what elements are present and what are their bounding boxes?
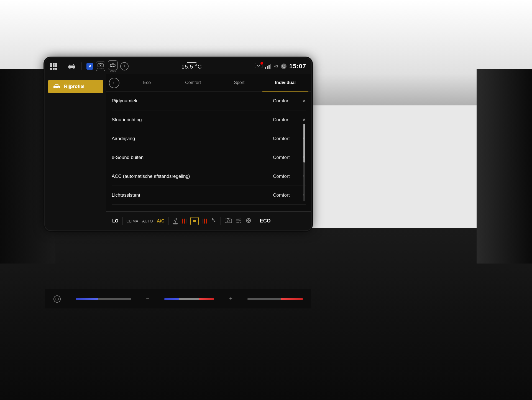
svg-point-2 [73, 67, 74, 69]
lo-label: LO [112, 219, 118, 224]
setting-row-esound[interactable]: e-Sound buiten Comfort ∨ [112, 148, 306, 167]
auto-label: AUTO [142, 219, 153, 223]
car-icon[interactable] [67, 64, 76, 69]
fan-icon[interactable] [245, 217, 252, 225]
eco-label: ECO [260, 218, 271, 224]
scrollbar-thumb [303, 124, 305, 163]
svg-rect-17 [227, 218, 229, 219]
right-temp-slider[interactable] [247, 298, 303, 300]
divider-2 [81, 62, 81, 70]
rear-camera-icon[interactable] [225, 218, 232, 224]
temperature-display: 15.5 °C [181, 62, 202, 70]
phone-icon[interactable] [211, 217, 217, 225]
tab-comfort[interactable]: Comfort [170, 74, 216, 92]
svg-point-18 [248, 220, 249, 221]
svg-rect-13 [173, 223, 178, 224]
tab-eco[interactable]: Eco [124, 74, 170, 92]
ac-label[interactable]: A/C [157, 219, 165, 224]
setting-row-stuurinrichting[interactable]: Stuurinrichting Comfort ∨ [112, 110, 306, 129]
minus-button[interactable]: − [146, 296, 149, 302]
svg-point-4 [100, 65, 101, 66]
row-divider-2 [268, 135, 268, 143]
add-button[interactable]: + [120, 62, 129, 70]
plus-button[interactable]: + [229, 296, 232, 302]
row-divider-4 [268, 172, 268, 181]
notification-dot [260, 62, 263, 65]
main-content: Rijprofiel ← Eco Comfort [45, 74, 311, 230]
ac-max-icon[interactable]: A/C MAX [236, 218, 241, 224]
row-divider-1 [268, 116, 268, 124]
svg-rect-5 [110, 64, 115, 67]
svg-point-12 [58, 88, 59, 89]
left-temp-slider[interactable] [76, 298, 131, 300]
setting-row-acc[interactable]: ACC (automatische afstandsregeling) Comf… [112, 167, 306, 186]
svg-rect-7 [113, 66, 114, 67]
settings-list[interactable]: Rijdynamiek Comfort ∨ Stuurinrichting Co… [106, 92, 311, 211]
tab-sport[interactable]: Sport [216, 74, 262, 92]
scrollbar-track [303, 124, 305, 201]
bb-divider-3 [256, 217, 256, 225]
chevron-down-icon-1: ∨ [302, 117, 306, 122]
setting-row-rijdynamiek[interactable]: Rijdynamiek Comfort ∨ [112, 92, 306, 110]
svg-rect-6 [111, 66, 112, 67]
heat-indicator-right [203, 219, 207, 224]
status-bar-right: 4G 15:07 [255, 63, 306, 70]
seat-center-icon[interactable] [190, 217, 199, 225]
setting-row-aandrijving[interactable]: Aandrijving Comfort ∨ [112, 129, 306, 148]
bb-divider-0 [122, 217, 122, 225]
home-grid-icon[interactable] [50, 63, 57, 70]
status-bar: P AssiST [45, 58, 311, 74]
sidebar-item-label: Rijprofiel [64, 84, 85, 89]
power-button[interactable] [53, 295, 61, 303]
message-icon[interactable] [255, 63, 262, 70]
row-divider-3 [268, 153, 268, 162]
row-divider-0 [268, 97, 268, 105]
heat-indicator-left [182, 219, 186, 224]
chevron-down-icon-0: ∨ [302, 98, 306, 103]
svg-rect-15 [225, 219, 232, 223]
svg-point-11 [55, 88, 56, 89]
tabs-container: Eco Comfort Sport Individual [124, 74, 308, 92]
rijprofiel-icon [53, 84, 61, 89]
settings-circle-icon[interactable] [281, 64, 287, 69]
infotainment-screen: P AssiST [45, 58, 311, 230]
center-temp-slider[interactable] [164, 298, 214, 300]
row-divider-5 [268, 191, 268, 199]
setting-row-lichtassistent[interactable]: Lichtassistent Comfort ∨ [112, 186, 306, 205]
network-label: 4G [274, 65, 278, 68]
svg-point-9 [282, 65, 285, 68]
bb-divider-1 [168, 217, 168, 225]
climate-bar: LO CLIMA AUTO A/C [106, 211, 311, 230]
svg-rect-14 [193, 220, 196, 222]
svg-point-16 [227, 220, 229, 222]
bb-divider-2 [221, 217, 221, 225]
signal-icon [265, 64, 271, 69]
svg-rect-0 [68, 65, 75, 68]
svg-rect-10 [53, 86, 60, 88]
back-button[interactable]: ← [109, 78, 119, 88]
assist-button[interactable]: AssiST [96, 62, 105, 71]
nav-row: ← Eco Comfort Sport Individual [106, 74, 311, 92]
back-arrow-icon: ← [112, 80, 117, 86]
content-panel: ← Eco Comfort Sport Individual [106, 74, 311, 230]
divider-1 [62, 62, 62, 70]
sidebar: Rijprofiel [45, 74, 106, 230]
clima-label: CLIMA [126, 219, 138, 223]
status-bar-center: 15.5 °C [129, 62, 255, 70]
svg-point-1 [69, 67, 70, 69]
mode-button[interactable]: MODE [108, 60, 117, 72]
parking-badge[interactable]: P [86, 63, 93, 70]
tab-individual[interactable]: Individual [262, 74, 309, 92]
sidebar-item-rijprofiel[interactable]: Rijprofiel [48, 80, 103, 93]
status-bar-left: P AssiST [50, 60, 129, 72]
heated-seat-left[interactable] [172, 217, 178, 225]
physical-controls: − + [45, 289, 311, 308]
clock-display: 15:07 [289, 63, 306, 70]
